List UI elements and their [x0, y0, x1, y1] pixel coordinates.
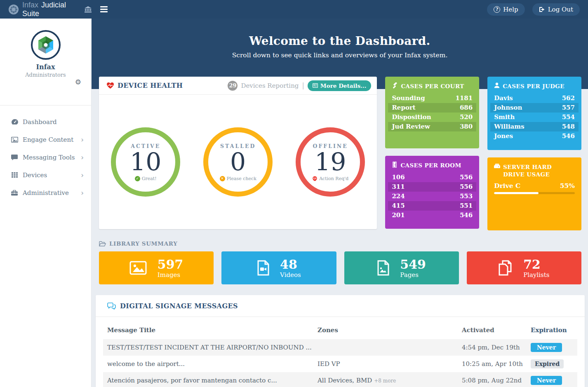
more-details-label: More Details...	[320, 82, 367, 89]
sidebar-item-engage-content[interactable]: Engage Content ›	[0, 131, 91, 148]
table-row[interactable]: welcome to the airport... IED VP 10:25 a…	[103, 356, 577, 372]
stat-row: 311556	[388, 182, 476, 192]
check-circle-icon: ✓	[135, 176, 140, 181]
videos-card[interactable]: 48 Videos	[221, 251, 336, 284]
stat-row: Jud Review380	[388, 122, 476, 131]
stat-row: Report686	[388, 103, 476, 113]
pages-card[interactable]: 549 Pages	[344, 251, 459, 284]
cases-per-judge-panel: CASES PER JUDGE Davis562 Johnson557 Smit…	[487, 77, 581, 150]
stat-value: 10	[130, 149, 161, 175]
stalled-devices-circle[interactable]: STALLED 0 ✕ Please check	[203, 127, 273, 197]
sidebar-item-label: Messaging Tools	[23, 154, 75, 161]
table-row[interactable]: Atención pasajeros, por favor mantengan …	[103, 372, 577, 387]
user-role: Administrators	[0, 72, 91, 78]
message-zones: All Devices, BMD+8 more	[318, 377, 462, 384]
more-details-button[interactable]: More Details...	[308, 80, 372, 91]
column-header[interactable]: Zones	[318, 326, 462, 334]
column-header[interactable]: Expiration	[531, 326, 567, 334]
help-label: Help	[503, 6, 518, 13]
help-icon: ?	[494, 6, 500, 13]
stat-row: 415551	[388, 201, 476, 211]
offline-devices-circle[interactable]: OFFLINE 19 Action Req'd	[296, 127, 365, 197]
settings-gear-icon[interactable]: ⚙	[75, 78, 81, 86]
sidebar: Infax ⚙ Administrators Dashboard Engage …	[0, 19, 92, 387]
chevron-right-icon: ›	[81, 189, 84, 197]
playlists-card[interactable]: 72 Playlists	[467, 251, 581, 284]
comments-icon	[107, 303, 116, 310]
main-content: Welcome to the Dashboard. Scroll down to…	[92, 19, 588, 387]
expiration-badge[interactable]: Never	[531, 343, 562, 352]
sidebar-item-label: Administrative	[23, 189, 69, 197]
hdd-icon	[494, 164, 500, 169]
devices-reporting-label: Devices Reporting	[241, 82, 299, 89]
times-circle-icon: ✕	[220, 176, 225, 181]
expiration-badge[interactable]: Never	[531, 376, 562, 385]
message-title: Atención pasajeros, por favor mantengan …	[103, 377, 318, 384]
card-count: 597	[158, 258, 183, 271]
chevron-right-icon: ›	[81, 153, 84, 162]
message-activated: 5:08 pm, Aug 22nd	[462, 377, 531, 384]
message-zones: IED VP	[318, 360, 462, 368]
expiration-badge[interactable]: Expired	[531, 359, 564, 368]
stat-row: Williams548	[490, 122, 579, 131]
card-count: 549	[400, 258, 426, 271]
stat-row: Sounding1181	[388, 94, 476, 103]
help-button[interactable]: ? Help	[487, 3, 524, 16]
cases-per-room-panel: CASES PER ROOM 106556 311556 224553 4155…	[385, 156, 479, 229]
details-icon	[313, 83, 318, 88]
message-title: TEST/TEST/TEST INCIDENT AT THE AIRPORT/N…	[103, 344, 318, 351]
stat-row: Smith554	[490, 113, 579, 122]
stat-row: Johnson557	[490, 103, 579, 113]
panel-title: SERVER HARD DRIVE USAGE	[503, 163, 575, 178]
separator: |	[302, 82, 304, 89]
heartbeat-icon	[106, 82, 114, 89]
more-zones-note: +8 more	[374, 378, 396, 384]
video-file-icon	[257, 260, 269, 276]
briefcase-icon	[10, 190, 19, 196]
playlists-icon	[499, 260, 513, 276]
messages-table: Message Title Zones Activated Expiration…	[96, 317, 585, 387]
door-icon	[392, 162, 397, 168]
stat-row: 106556	[388, 173, 476, 182]
courthouse-icon	[85, 6, 92, 13]
stat-row: 224553	[388, 192, 476, 201]
message-activated: 4:54 pm, Dec 19th	[462, 344, 531, 351]
section-title: LIBRARY SUMMARY	[109, 240, 177, 247]
device-health-panel: DEVICE HEALTH 29 Devices Reporting | Mor…	[99, 77, 377, 229]
logout-label: Log Out	[548, 6, 573, 13]
menu-toggle-icon[interactable]	[100, 6, 108, 12]
page-title: Welcome to the Dashboard.	[92, 34, 588, 48]
message-activated: 10:25 am, Apr 10th	[462, 360, 531, 368]
drive-usage-bar	[494, 192, 575, 194]
dashboard-gauge-icon	[10, 119, 19, 125]
chevron-right-icon: ›	[81, 171, 84, 179]
sidebar-item-messaging-tools[interactable]: Messaging Tools ›	[0, 148, 91, 166]
page-subtitle: Scroll down to see quick links and overv…	[92, 52, 588, 59]
images-icon	[129, 261, 147, 275]
hero-text: Welcome to the Dashboard. Scroll down to…	[92, 19, 588, 59]
brand-name: Infax	[22, 1, 38, 9]
stat-row: Jones546	[490, 131, 579, 141]
sidebar-item-administrative[interactable]: Administrative ›	[0, 184, 91, 202]
table-row[interactable]: TEST/TEST/TEST INCIDENT AT THE AIRPORT/N…	[103, 339, 577, 356]
panel-title: CASES PER ROOM	[400, 162, 461, 169]
column-header[interactable]: Activated	[462, 326, 531, 334]
avatar[interactable]	[31, 30, 61, 60]
sidebar-item-devices[interactable]: Devices ›	[0, 166, 91, 184]
profile-section: Infax ⚙ Administrators	[0, 30, 91, 106]
folder-open-icon	[99, 241, 106, 246]
active-devices-circle[interactable]: ACTIVE 10 ✓ Great!	[111, 127, 180, 197]
devices-count-badge: 29	[228, 81, 238, 91]
logout-button[interactable]: Log Out	[532, 3, 580, 16]
stat-status: Action Req'd	[319, 176, 348, 181]
images-card[interactable]: 597 Images	[99, 251, 214, 284]
column-header[interactable]: Message Title	[103, 326, 318, 334]
card-label: Images	[158, 271, 183, 279]
card-label: Pages	[400, 271, 426, 279]
chevron-right-icon: ›	[81, 136, 84, 144]
stat-row: Davis562	[490, 94, 579, 103]
sidebar-nav: Dashboard Engage Content › Messaging Too…	[0, 106, 91, 202]
brand[interactable]: Infax Judicial Suite	[0, 1, 92, 18]
sidebar-item-dashboard[interactable]: Dashboard	[0, 113, 91, 131]
table-header-row: Message Title Zones Activated Expiration	[103, 321, 577, 339]
